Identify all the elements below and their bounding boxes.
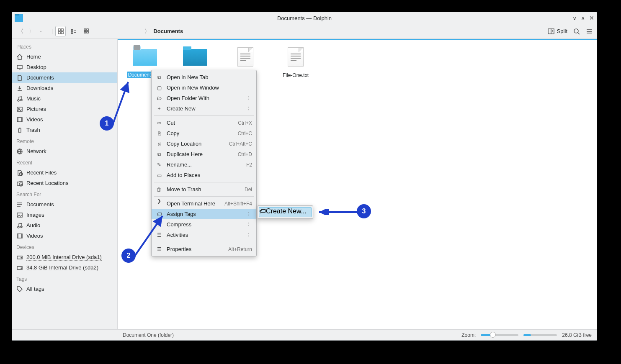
- svg-rect-4: [71, 29, 73, 31]
- svg-point-38: [21, 226, 22, 228]
- menu-open-folder-with[interactable]: 🗁Open Folder With〉: [152, 93, 256, 103]
- drive-icon: [16, 254, 23, 261]
- annotation-arrow-3: [317, 209, 358, 215]
- sidebar-item-desktop[interactable]: Desktop: [12, 62, 117, 72]
- svg-rect-6: [71, 32, 73, 33]
- svg-point-37: [18, 226, 19, 228]
- status-selection: Document One (folder): [123, 332, 174, 338]
- menu-compress[interactable]: ⇲Compress〉: [152, 219, 256, 230]
- home-icon: [16, 54, 23, 60]
- menu-rename[interactable]: ✎Rename...F2: [152, 159, 256, 170]
- svg-point-16: [574, 29, 578, 33]
- annotation-badge-2: 2: [121, 249, 136, 263]
- menu-open-new-tab[interactable]: ⧉Open in New Tab: [152, 72, 256, 82]
- menu-create-new[interactable]: ＋Create New〉: [152, 103, 256, 114]
- svg-rect-8: [84, 29, 86, 31]
- minimize-icon[interactable]: ∨: [572, 15, 577, 21]
- folder-item[interactable]: [176, 46, 214, 72]
- sidebar-item-drive-sda2[interactable]: 34.8 GiB Internal Drive (sda2): [12, 262, 117, 273]
- context-menu: ⧉Open in New Tab ▢Open in New Window 🗁Op…: [151, 70, 257, 256]
- menu-add-to-places[interactable]: ▭Add to Places: [152, 170, 256, 180]
- section-devices: Devices: [12, 241, 117, 252]
- text-file-icon: [288, 47, 304, 67]
- annotation-arrow-1: [111, 79, 131, 127]
- section-places: Places: [12, 41, 117, 51]
- menu-separator: [154, 182, 254, 182]
- back-button[interactable]: 〈: [16, 28, 25, 35]
- duplicate-icon: ⧉: [156, 151, 162, 157]
- svg-line-17: [578, 33, 580, 34]
- hamburger-icon[interactable]: [586, 28, 593, 35]
- menu-open-terminal[interactable]: ❯_Open Terminal HereAlt+Shift+F4: [152, 198, 256, 209]
- svg-point-43: [21, 257, 22, 258]
- menu-move-to-trash[interactable]: 🗑Move to TrashDel: [152, 184, 256, 195]
- videos-icon: [16, 233, 23, 239]
- chevron-right-icon: 〉: [247, 95, 252, 101]
- menu-open-new-window[interactable]: ▢Open in New Window: [152, 82, 256, 93]
- window-new-icon: ▢: [156, 85, 162, 91]
- chevron-right-icon: 〉: [247, 221, 252, 228]
- section-recent: Recent: [12, 156, 117, 167]
- window-title: Documents — Dolphin: [277, 15, 332, 21]
- zoom-slider[interactable]: [481, 334, 518, 336]
- sidebar-item-search-documents[interactable]: Documents: [12, 199, 117, 210]
- documents-icon: [16, 74, 23, 81]
- svg-rect-11: [87, 31, 88, 33]
- submenu-create-new-tag[interactable]: 🏷Create New...: [259, 207, 312, 217]
- svg-rect-2: [58, 32, 60, 34]
- sidebar-item-home[interactable]: Home: [12, 51, 117, 62]
- close-icon[interactable]: ✕: [589, 15, 594, 21]
- sidebar-item-drive-sda1[interactable]: 200.0 MiB Internal Drive (sda1): [12, 252, 117, 262]
- file-one-txt[interactable]: File-One.txt: [277, 46, 314, 78]
- maximize-icon[interactable]: ∧: [581, 15, 585, 21]
- titlebar: Documents — Dolphin ∨ ∧ ✕: [12, 12, 597, 24]
- annotation-badge-1: 1: [100, 116, 114, 131]
- svg-rect-1: [61, 29, 63, 31]
- annotation-arrow-2: [132, 213, 166, 259]
- view-compact-button[interactable]: [68, 26, 79, 36]
- view-icons-button[interactable]: [55, 26, 66, 36]
- sidebar-item-search-videos[interactable]: Videos: [12, 231, 117, 241]
- svg-point-23: [18, 100, 19, 101]
- copy-location-icon: ⎘: [156, 141, 162, 147]
- documents-icon: [16, 201, 23, 208]
- sidebar-item-recent-locations[interactable]: Recent Locations: [12, 178, 117, 188]
- split-button[interactable]: Split: [548, 28, 567, 35]
- search-icon[interactable]: [573, 28, 580, 35]
- file-item[interactable]: [227, 46, 264, 72]
- sidebar-item-network[interactable]: Network: [12, 146, 117, 156]
- sidebar-item-search-images[interactable]: Images: [12, 210, 117, 220]
- zoom-label: Zoom:: [461, 332, 476, 338]
- sidebar-item-recent-files[interactable]: Recent Files: [12, 167, 117, 178]
- folder-icon: [133, 49, 157, 66]
- drive-icon: [16, 264, 23, 271]
- chevron-right-icon: 〉: [144, 28, 150, 35]
- menu-activities[interactable]: ☰Activities〉: [152, 230, 256, 240]
- compact-view-icon: [70, 28, 77, 35]
- nav-history-dropdown[interactable]: ⌄: [36, 29, 45, 33]
- menu-copy-location[interactable]: ⎘Copy LocationCtrl+Alt+C: [152, 138, 256, 149]
- menu-cut[interactable]: ✂CutCtrl+X: [152, 118, 256, 128]
- rename-icon: ✎: [156, 162, 162, 168]
- sidebar-item-all-tags[interactable]: All tags: [12, 284, 117, 294]
- disk-usage-bar: [523, 334, 557, 336]
- sidebar-item-search-audio[interactable]: Audio: [12, 220, 117, 231]
- menu-properties[interactable]: ☰PropertiesAlt+Return: [152, 244, 256, 254]
- menu-copy[interactable]: ⎘CopyCtrl+C: [152, 128, 256, 138]
- section-search: Search For: [12, 188, 117, 199]
- menu-duplicate[interactable]: ⧉Duplicate HereCtrl+D: [152, 149, 256, 159]
- menu-assign-tags[interactable]: 🏷Assign Tags〉: [152, 209, 256, 219]
- menu-separator: [154, 242, 254, 242]
- sidebar-item-pictures[interactable]: Pictures: [12, 104, 117, 114]
- section-tags: Tags: [12, 273, 117, 284]
- copy-icon: ⎘: [156, 131, 162, 136]
- recent-files-icon: [16, 169, 23, 176]
- view-details-button[interactable]: [81, 26, 92, 36]
- audio-icon: [16, 222, 23, 229]
- plus-icon: ＋: [156, 105, 162, 112]
- sidebar-item-music[interactable]: Music: [12, 93, 117, 104]
- file-view[interactable]: Document One File-One.txt ⧉Open in New T…: [118, 39, 597, 329]
- breadcrumb[interactable]: 〉 Documents: [144, 28, 183, 35]
- sidebar-item-downloads[interactable]: Downloads: [12, 83, 117, 93]
- sidebar-item-documents[interactable]: Documents: [12, 72, 117, 83]
